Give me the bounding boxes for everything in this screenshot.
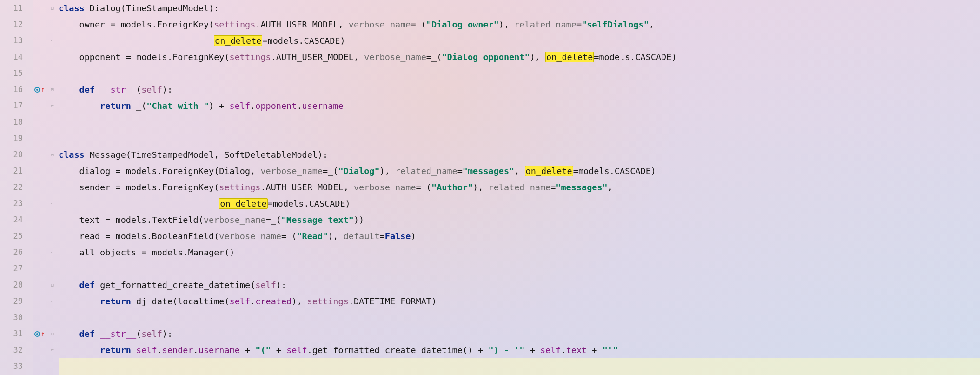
code-line[interactable]: on_delete=models.CASCADE) [59, 195, 980, 212]
code-line[interactable]: owner = models.ForeignKey(settings.AUTH_… [59, 16, 980, 33]
fold-open-icon[interactable]: ⊟ [51, 326, 54, 342]
line-number[interactable]: 28 [0, 277, 33, 293]
code-editor[interactable]: 11 12 13 14 15 16 17 18 19 20 21 22 23 2… [0, 0, 980, 375]
code-line[interactable]: all_objects = models.Manager() [59, 244, 980, 261]
fold-open-icon[interactable]: ⊟ [51, 277, 54, 293]
line-number[interactable]: 29 [0, 293, 33, 309]
line-number[interactable]: 15 [0, 65, 33, 81]
code-line[interactable]: class Dialog(TimeStampedModel): [59, 0, 980, 16]
code-line[interactable]: opponent = models.ForeignKey(settings.AU… [59, 49, 980, 65]
code-line[interactable] [59, 130, 980, 147]
code-line[interactable] [59, 309, 980, 326]
line-number[interactable]: 19 [0, 130, 33, 147]
line-number[interactable]: 33 [0, 358, 33, 375]
line-number[interactable]: 23 [0, 195, 33, 212]
code-line-current[interactable] [59, 358, 980, 375]
line-number[interactable]: 31 [0, 326, 33, 342]
code-line[interactable]: return dj_date(localtime(self.created), … [59, 293, 980, 309]
marker-column: ⊟ ⌐ ↑⊟ ⌐ ⊟ ⌐ ⌐ ⊟ ⌐ ↑⊟ ⌐ [33, 0, 57, 375]
line-number[interactable]: 17 [0, 98, 33, 114]
line-number[interactable]: 21 [0, 163, 33, 179]
line-number[interactable]: 27 [0, 261, 33, 277]
line-number[interactable]: 13 [0, 33, 33, 49]
line-number[interactable]: 14 [0, 49, 33, 65]
line-number[interactable]: 20 [0, 147, 33, 163]
line-number[interactable]: 25 [0, 228, 33, 244]
override-marker-icon[interactable]: ↑ [34, 326, 45, 342]
search-highlight: on_delete [219, 198, 267, 209]
code-line[interactable]: def __str__(self): [59, 81, 980, 98]
line-number[interactable]: 18 [0, 114, 33, 130]
code-line[interactable]: def get_formatted_create_datetime(self): [59, 277, 980, 293]
code-line[interactable]: sender = models.ForeignKey(settings.AUTH… [59, 179, 980, 195]
line-number[interactable]: 11 [0, 0, 33, 16]
override-marker-icon[interactable]: ↑ [34, 81, 45, 98]
line-number[interactable]: 12 [0, 16, 33, 33]
fold-close-icon: ⌐ [51, 195, 54, 212]
code-line[interactable]: class Message(TimeStampedModel, SoftDele… [59, 147, 980, 163]
search-highlight: on_delete [545, 52, 594, 62]
line-number[interactable]: 26 [0, 244, 33, 261]
line-number-gutter[interactable]: 11 12 13 14 15 16 17 18 19 20 21 22 23 2… [0, 0, 33, 375]
line-number[interactable]: 32 [0, 342, 33, 358]
code-line[interactable]: on_delete=models.CASCADE) [59, 33, 980, 49]
line-number[interactable]: 24 [0, 212, 33, 228]
code-line[interactable]: dialog = models.ForeignKey(Dialog, verbo… [59, 163, 980, 179]
line-number[interactable]: 22 [0, 179, 33, 195]
code-line[interactable]: read = models.BooleanField(verbose_name=… [59, 228, 980, 244]
code-line[interactable]: text = models.TextField(verbose_name=_("… [59, 212, 980, 228]
fold-close-icon: ⌐ [51, 293, 54, 309]
line-number[interactable]: 30 [0, 309, 33, 326]
code-line[interactable]: return _("Chat with ") + self.opponent.u… [59, 98, 980, 114]
code-content[interactable]: class Dialog(TimeStampedModel): owner = … [57, 0, 980, 375]
fold-open-icon[interactable]: ⊟ [51, 81, 54, 98]
search-highlight: on_delete [214, 35, 262, 46]
fold-close-icon: ⌐ [51, 244, 54, 261]
line-number[interactable]: 16 [0, 81, 33, 98]
code-line[interactable]: def __str__(self): [59, 326, 980, 342]
fold-close-icon: ⌐ [51, 342, 54, 358]
fold-open-icon[interactable]: ⊟ [51, 147, 54, 163]
code-line[interactable]: return self.sender.username + "(" + self… [59, 342, 980, 358]
fold-close-icon: ⌐ [51, 98, 54, 114]
fold-open-icon[interactable]: ⊟ [51, 0, 54, 16]
search-highlight: on_delete [525, 166, 573, 176]
code-line[interactable] [59, 65, 980, 81]
code-line[interactable] [59, 114, 980, 130]
code-line[interactable] [59, 261, 980, 277]
fold-close-icon: ⌐ [51, 33, 54, 49]
